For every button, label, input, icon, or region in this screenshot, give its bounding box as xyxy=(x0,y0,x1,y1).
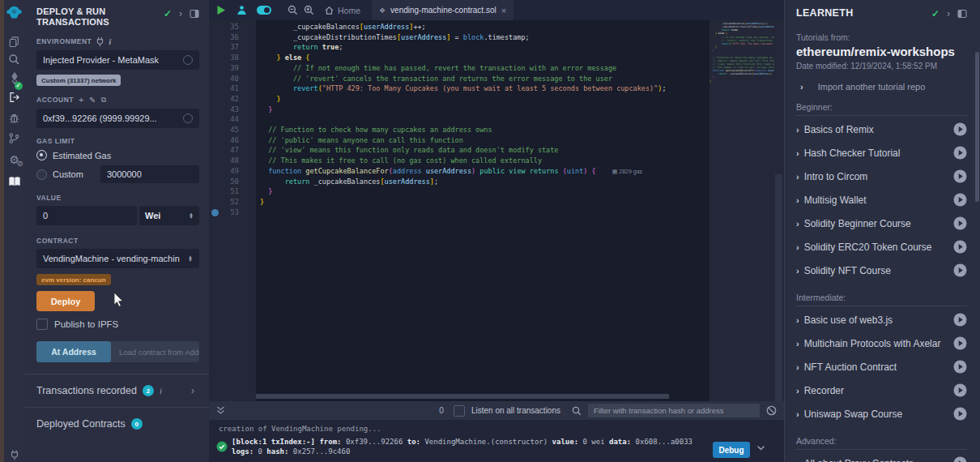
sidebar-item-plugin-manager[interactable]: ⚙⚙ xyxy=(5,150,23,169)
play-icon[interactable] xyxy=(953,336,967,350)
copy-account-icon[interactable]: ⧉ xyxy=(101,96,107,105)
import-repo-row[interactable]: › Import another tutorial repo xyxy=(796,82,980,92)
custom-gas-input[interactable]: 3000000 xyxy=(100,165,199,183)
tutorial-item[interactable]: ›Uniswap Swap Course xyxy=(796,402,967,426)
collapse-panel-icon[interactable]: › xyxy=(179,8,182,19)
account-label: ACCOUNT xyxy=(36,96,74,104)
deploy-button[interactable]: Deploy xyxy=(36,291,95,311)
sidebar-item-search[interactable] xyxy=(5,52,23,71)
contract-select[interactable]: VendingMachine - vending-machin ▲▼ xyxy=(36,249,199,268)
play-icon[interactable] xyxy=(953,456,967,462)
transactions-recorded-row[interactable]: Transactions recorded 2 i › xyxy=(36,374,199,407)
sidebar-item-git[interactable] xyxy=(5,130,23,149)
estimated-gas-option[interactable]: Estimated Gas xyxy=(36,150,199,160)
bug-icon xyxy=(8,112,20,127)
play-icon[interactable] xyxy=(953,407,967,421)
publish-ipfs-option[interactable]: Publish to IPFS xyxy=(36,319,199,330)
sidebar-item-file-explorer[interactable] xyxy=(5,34,23,53)
edit-account-icon[interactable]: ✎ xyxy=(89,96,96,105)
plug-icon[interactable] xyxy=(96,37,104,46)
transactions-info-icon[interactable]: i xyxy=(160,386,162,396)
value-input[interactable]: 0 xyxy=(36,206,137,225)
terminal-search-icon xyxy=(572,406,582,416)
editor-vscrollbar-thumb[interactable] xyxy=(775,174,782,401)
editor-hscrollbar-thumb[interactable] xyxy=(256,394,669,399)
play-icon[interactable] xyxy=(953,122,967,136)
terminal-filter-input[interactable] xyxy=(588,404,760,417)
panel-title: DEPLOY & RUN TRANSACTIONS xyxy=(36,6,109,28)
files-icon xyxy=(8,36,20,51)
sidebar-item-plugin-bottom[interactable] xyxy=(5,447,23,462)
sidebar-item-remix-logo[interactable] xyxy=(5,5,23,24)
custom-gas-radio[interactable] xyxy=(36,169,47,180)
sidebar-item-deploy-run[interactable] xyxy=(5,89,23,108)
line-number: 39 xyxy=(209,63,239,74)
learneth-collapse-icon[interactable]: › xyxy=(947,8,950,19)
ai-assistant-icon[interactable] xyxy=(236,5,247,15)
environment-info-icon[interactable]: i xyxy=(109,36,112,46)
publish-ipfs-checkbox[interactable] xyxy=(36,319,48,330)
unit-stepper-icon[interactable]: ▲▼ xyxy=(189,212,194,219)
collapse-terminal-icon[interactable] xyxy=(216,406,225,415)
tutorial-item[interactable]: ›Multichain Protocols with Axelar xyxy=(796,332,967,355)
add-account-icon[interactable]: + xyxy=(79,95,84,105)
tutorial-title: Solidity NFT Course xyxy=(804,265,953,276)
environment-select[interactable]: Injected Provider - MetaMask xyxy=(36,50,199,70)
debug-button[interactable]: Debug xyxy=(713,442,750,458)
tutorial-title: Recorder xyxy=(804,385,953,396)
play-icon[interactable] xyxy=(953,360,967,374)
tutorial-item[interactable]: ›Intro to Circom xyxy=(796,165,967,188)
custom-gas-option[interactable]: Custom 3000000 xyxy=(36,165,199,183)
tutorial-item[interactable]: ›Recorder xyxy=(796,379,967,402)
play-icon[interactable] xyxy=(953,193,967,207)
close-tab-icon[interactable]: × xyxy=(501,6,506,15)
transactions-expand-icon[interactable]: › xyxy=(191,385,194,396)
tutorial-item[interactable]: ›Solidity ERC20 Token Course xyxy=(796,235,967,259)
tutorial-item[interactable]: ›All about Proxy Contracts xyxy=(796,451,967,462)
tutorial-item[interactable]: ›Basic use of web3.js xyxy=(796,308,967,332)
copilot-toggle[interactable] xyxy=(257,6,271,15)
chevron-right-icon: › xyxy=(796,125,799,135)
transaction-log-entry[interactable]: [block:1 txIndex:-] from: 0xf39...92266 … xyxy=(232,438,705,456)
sidebar-item-learneth[interactable] xyxy=(5,173,23,192)
tutorial-item[interactable]: ›NFT Auction Contract xyxy=(796,355,967,379)
tutorial-item[interactable]: ›Solidity Beginner Course xyxy=(796,212,967,235)
listen-checkbox[interactable] xyxy=(454,405,465,417)
estimated-gas-radio[interactable] xyxy=(36,150,47,160)
pin-panel-icon[interactable] xyxy=(190,9,199,19)
deployed-contracts-row[interactable]: Deployed Contracts 0 xyxy=(36,408,199,440)
at-address-input[interactable]: Load contract from Addres xyxy=(111,348,199,357)
line-number: 42 xyxy=(209,94,239,105)
clear-console-icon[interactable] xyxy=(766,405,777,416)
editor-tab-active[interactable]: ❖ vending-machine-contract.sol × xyxy=(372,0,513,20)
play-icon[interactable] xyxy=(953,216,967,230)
play-icon[interactable] xyxy=(953,313,967,327)
play-icon[interactable] xyxy=(953,146,967,160)
play-icon[interactable] xyxy=(953,240,967,254)
home-tab[interactable]: Home xyxy=(324,6,360,15)
at-address-button[interactable]: At Address xyxy=(36,341,111,362)
run-script-icon[interactable] xyxy=(216,5,226,15)
sidebar-item-debugger[interactable] xyxy=(5,110,23,129)
learneth-pin-icon[interactable] xyxy=(957,9,967,19)
play-icon[interactable] xyxy=(953,263,967,277)
tutorial-item[interactable]: ›Solidity NFT Course xyxy=(796,259,967,282)
expand-tx-icon[interactable] xyxy=(756,445,765,451)
play-icon[interactable] xyxy=(953,169,967,183)
play-icon[interactable] xyxy=(953,383,967,397)
editor-viewport[interactable]: _cupcakeBalances[userAddress]++; _cupcak… xyxy=(256,20,709,401)
value-label: VALUE xyxy=(36,194,62,202)
code-line: revert("HTTP 429: Too Many Cupcakes (you… xyxy=(260,83,667,94)
sidebar-item-solidity-compiler[interactable]: ✓ xyxy=(5,70,23,88)
breakpoint-dot[interactable] xyxy=(211,209,219,216)
terminal-count: 0 xyxy=(439,406,444,415)
editor-minimap[interactable]: _cupcakeBalances[userAddress]++; _cupcak… xyxy=(709,20,774,401)
learneth-scrollbar-thumb[interactable] xyxy=(975,52,979,202)
tutorial-item[interactable]: ›Multisig Wallet xyxy=(796,188,967,212)
zoom-out-icon[interactable] xyxy=(288,5,298,15)
tutorial-item[interactable]: ›Hash Checker Tutorial xyxy=(796,141,967,165)
account-select[interactable]: 0xf39...92266 (9999.99929... xyxy=(36,109,199,128)
zoom-in-icon[interactable] xyxy=(304,5,314,15)
value-unit-select[interactable]: Wei ▲▼ xyxy=(139,206,199,225)
tutorial-item[interactable]: ›Basics of Remix xyxy=(796,118,967,141)
